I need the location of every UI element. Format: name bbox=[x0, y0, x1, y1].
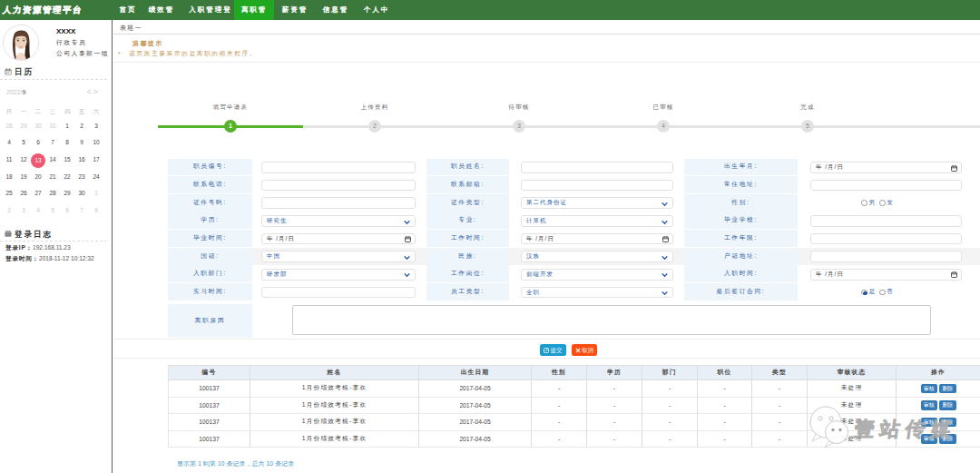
svg-text:壹站传媒: 壹站传媒 bbox=[853, 418, 953, 440]
